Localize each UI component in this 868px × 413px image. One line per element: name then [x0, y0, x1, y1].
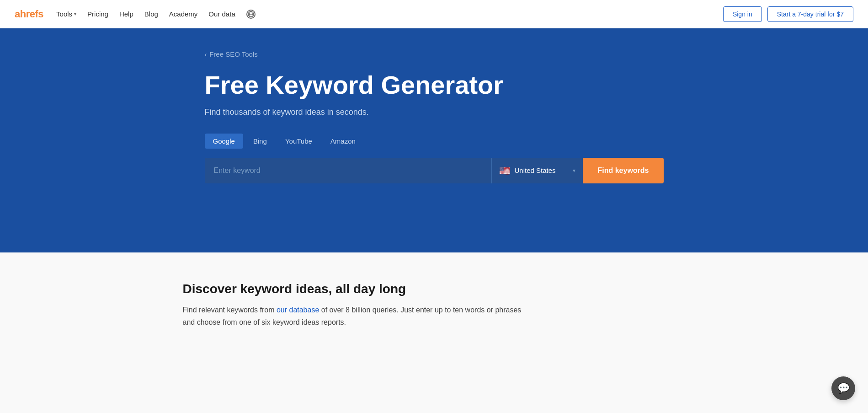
page-title: Free Keyword Generator	[205, 71, 664, 99]
database-link[interactable]: our database	[277, 306, 319, 314]
hero-inner: ‹ Free SEO Tools Free Keyword Generator …	[183, 50, 686, 183]
tab-youtube[interactable]: YouTube	[277, 134, 320, 149]
nav-tools[interactable]: Tools ▾	[56, 10, 76, 18]
tab-amazon[interactable]: Amazon	[322, 134, 364, 149]
content-title: Discover keyword ideas, all day long	[183, 282, 686, 296]
nav-tools-label: Tools	[56, 10, 72, 18]
nav-academy[interactable]: Academy	[169, 10, 198, 18]
search-engine-tabs: Google Bing YouTube Amazon	[205, 134, 664, 149]
find-keywords-button[interactable]: Find keywords	[583, 158, 663, 183]
signin-button[interactable]: Sign in	[723, 6, 762, 22]
logo-rest: hrefs	[20, 8, 43, 20]
dropdown-arrow-icon: ▾	[573, 167, 575, 174]
country-flag: 🇺🇸	[499, 165, 511, 176]
content-inner: Discover keyword ideas, all day long Fin…	[183, 282, 686, 328]
breadcrumb-link[interactable]: Free SEO Tools	[209, 50, 258, 58]
keyword-input[interactable]	[205, 158, 492, 183]
nav-our-data-label: Our data	[208, 10, 235, 18]
nav-blog-label: Blog	[144, 10, 158, 18]
language-selector-icon[interactable]	[246, 10, 256, 19]
nav-help-label: Help	[119, 10, 133, 18]
trial-button[interactable]: Start a 7-day trial for $7	[767, 6, 853, 22]
search-bar: 🇺🇸 United States ▾ Find keywords	[205, 158, 664, 183]
nav-our-data[interactable]: Our data	[208, 10, 235, 18]
chat-widget[interactable]: 💬	[831, 376, 855, 400]
nav-academy-label: Academy	[169, 10, 198, 18]
content-text-part1: Find relevant keywords from	[183, 306, 277, 314]
hero-section: ‹ Free SEO Tools Free Keyword Generator …	[0, 28, 868, 252]
hero-subtitle: Find thousands of keyword ideas in secon…	[205, 107, 664, 117]
country-selector[interactable]: 🇺🇸 United States ▾	[491, 158, 583, 183]
navbar-right: Sign in Start a 7-day trial for $7	[723, 6, 853, 22]
nav-pricing-label: Pricing	[87, 10, 108, 18]
content-section: Discover keyword ideas, all day long Fin…	[0, 252, 868, 413]
navbar: ahrefs Tools ▾ Pricing Help Blog Academy…	[0, 0, 868, 28]
nav-help[interactable]: Help	[119, 10, 133, 18]
breadcrumb: ‹ Free SEO Tools	[205, 50, 664, 58]
nav-pricing[interactable]: Pricing	[87, 10, 108, 18]
tab-bing[interactable]: Bing	[245, 134, 275, 149]
nav-blog[interactable]: Blog	[144, 10, 158, 18]
nav-items: Tools ▾ Pricing Help Blog Academy Our da…	[56, 10, 256, 19]
logo-highlight: a	[15, 8, 20, 20]
breadcrumb-chevron-icon: ‹	[205, 51, 207, 58]
chat-icon: 💬	[837, 382, 850, 394]
tab-google[interactable]: Google	[205, 134, 243, 149]
logo[interactable]: ahrefs	[15, 8, 43, 20]
country-name: United States	[514, 166, 569, 174]
content-text: Find relevant keywords from our database…	[183, 304, 530, 328]
navbar-left: ahrefs Tools ▾ Pricing Help Blog Academy…	[15, 8, 256, 20]
chevron-down-icon: ▾	[74, 11, 76, 16]
